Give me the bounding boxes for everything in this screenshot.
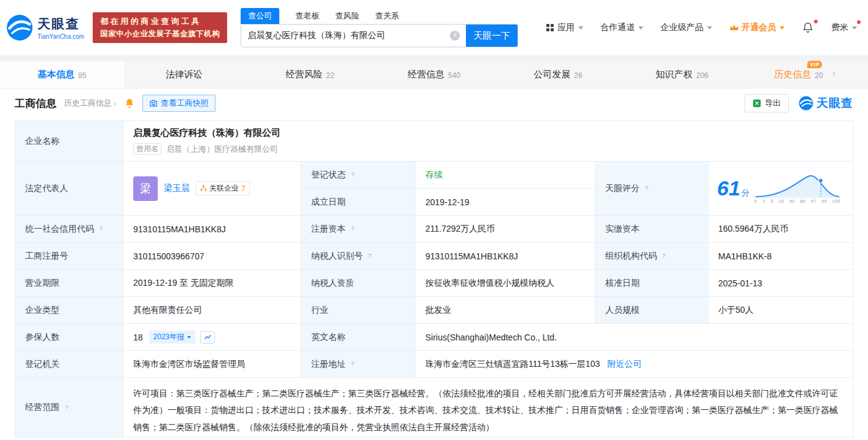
field-industry-label: 行业 [301,297,416,324]
tab-count: 206 [696,71,708,80]
field-reg-status-value: 存续 [416,162,595,189]
chevron-down-icon [638,26,643,29]
field-paid-capital-value: 160.5964万人民币 [708,216,853,243]
help-icon[interactable] [97,225,105,233]
tab-label: 基本信息 [37,69,74,81]
tianyancha-logo-icon [6,14,33,41]
search-tab-relation[interactable]: 查关系 [375,8,399,24]
search-tab-boss[interactable]: 查老板 [295,8,319,24]
help-icon[interactable] [830,71,838,79]
snapshot-button-label: 查看工商快照 [161,98,209,109]
user-notification-dot [857,20,861,24]
field-org-code-value: MA1HB1KK-8 [708,243,853,270]
help-icon[interactable] [366,252,374,260]
cooperation-menu[interactable]: 合作通道 [600,22,643,33]
help-icon[interactable] [660,252,668,260]
field-credit-code-value: 91310115MA1HB1KK8J [123,216,301,243]
field-company-name-value: 启晨复心医疗科技（珠海）有限公司 曾用名 启晨（上海）医疗器械有限公司 [123,121,853,162]
search-area: 查公司 查老板 查风险 查关系 天眼一下 [241,8,518,47]
field-approval-date-label: 核准日期 [595,270,708,297]
tab-intellectual-property[interactable]: 知识产权 206 [620,61,744,88]
site-logo[interactable]: 天眼查 TianYanCha.com [6,14,84,41]
field-company-type-value: 其他有限责任公司 [123,297,301,324]
tab-business-info[interactable]: 经营信息 540 [372,61,496,88]
field-reg-address-value: 珠海市金湾区三灶镇遥宜路111号13栋一层103 附近公司 [416,351,853,378]
field-business-term-value: 2019-12-19 至 无固定期限 [123,270,301,297]
brand-domain: TianYanCha.com [37,33,84,40]
field-paid-capital-label: 实缴资本 [595,216,708,243]
tab-history-info[interactable]: 历史信息 VIP 20 [744,61,868,88]
section-tabbar: 基本信息 85 法律诉讼 经营风险 22 经营信息 540 公司发展 26 知识… [0,61,868,88]
field-taxpayer-quality-label: 纳税人资质 [301,270,416,297]
field-reg-address-label: 注册地址 [301,351,416,378]
history-business-info-link[interactable]: 历史工商信息 [64,98,117,109]
cooperation-menu-label: 合作通道 [600,22,635,33]
company-name: 启晨复心医疗科技（珠海）有限公司 [133,127,281,139]
field-english-name-value: Sirius(Shanghai)Medtech Co., Ltd. [416,324,853,351]
field-company-type-label: 企业类型 [15,297,123,324]
tab-basic-info[interactable]: 基本信息 85 [0,61,124,88]
search-button[interactable]: 天眼一下 [466,25,517,47]
tab-count: 540 [448,71,460,80]
help-icon[interactable] [349,171,357,179]
snapshot-button[interactable]: 查看工商快照 [142,95,215,112]
apps-menu-label: 应用 [557,22,575,33]
help-icon[interactable] [63,404,71,412]
tianyancha-watermark-icon [799,96,813,111]
clear-search-icon[interactable] [450,31,460,41]
tab-label: 知识产权 [656,69,692,81]
enterprise-products-menu[interactable]: 企业级产品 [661,22,712,33]
search-input[interactable] [241,25,450,47]
slogan-line-1: 都在用的商业查询工具 [100,16,220,27]
chevron-down-icon [852,26,857,29]
field-english-name-label: 英文名称 [301,324,416,351]
field-reg-number-value: 310115003966707 [123,243,301,270]
insured-trend-icon[interactable] [200,331,215,344]
field-reg-number-label: 工商注册号 [15,243,123,270]
help-icon[interactable] [643,184,651,192]
related-companies-tag[interactable]: 关联企业 7 [196,181,250,195]
nearby-companies-link[interactable]: 附近公司 [607,359,641,370]
logo-text: 天眼查 TianYanCha.com [37,15,84,40]
vip-upgrade-label: 开通会员 [742,22,776,33]
field-industry-value: 批发业 [416,297,595,324]
help-icon[interactable] [349,225,357,233]
help-icon[interactable] [349,360,357,368]
field-reg-capital-value: 211.7292万人民币 [416,216,595,243]
tab-count: 26 [574,71,582,80]
tab-count: 22 [326,71,334,80]
chevron-down-icon [187,336,191,339]
tab-legal-proceedings[interactable]: 法律诉讼 [124,61,248,88]
field-establish-date-label: 成立日期 [301,189,416,216]
score-axis: 0131550859799100 [754,198,840,204]
tab-company-development[interactable]: 公司发展 26 [496,61,620,88]
tab-label: 法律诉讼 [166,69,203,81]
legal-rep-name-link[interactable]: 梁玉晨 [164,183,190,194]
field-taxpayer-quality-value: 按征收率征收增值税小规模纳税人 [416,270,595,297]
slogan-banner: 都在用的商业查询工具 国家中小企业发展子基金旗下机构 [93,12,227,43]
vip-upgrade-menu[interactable]: 开通会员 [729,22,785,33]
username: 费米 [831,22,848,33]
subscribe-bell-icon[interactable] [124,98,135,109]
apps-menu[interactable]: 应用 [546,22,583,33]
field-legal-rep-label: 法定代表人 [15,162,123,216]
export-button-label: 导出 [765,98,781,109]
tab-label: 历史信息 [774,69,811,79]
user-menu[interactable]: 费米 [831,22,857,33]
search-button-label: 天眼一下 [473,30,510,41]
search-tab-company[interactable]: 查公司 [241,8,279,24]
field-reg-authority-label: 登记机关 [15,351,123,378]
search-tab-risk[interactable]: 查风险 [335,8,359,24]
notifications-bell[interactable] [802,22,814,34]
legal-rep-avatar[interactable]: 梁 [133,176,158,201]
field-taxpayer-id-value: 91310115MA1HB1KK8J [416,243,595,270]
field-company-name-label: 企业名称 [15,121,123,162]
chevron-down-icon [780,26,785,29]
excel-icon [753,99,761,108]
export-button[interactable]: 导出 [745,94,789,112]
bell-icon [802,22,814,34]
field-establish-date-value: 2019-12-19 [416,189,595,216]
field-business-scope-label: 经营范围 [15,378,123,437]
tab-business-risk[interactable]: 经营风险 22 [248,61,372,88]
annual-report-tag[interactable]: 2023年报 [149,331,196,344]
